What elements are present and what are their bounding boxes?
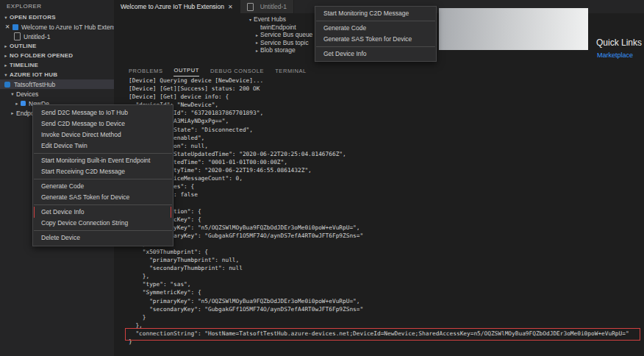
chevron-right-icon: ▸ (254, 40, 260, 45)
tab-untitled[interactable]: Untitled-1 (240, 0, 294, 13)
annotation-get-device-info (34, 207, 171, 218)
file-icon (14, 32, 21, 40)
open-editor-label: Untitled-1 (24, 33, 50, 40)
menu-separator (34, 153, 172, 154)
iot-hub-icon (4, 82, 10, 88)
panel-tab-problems[interactable]: PROBLEMS (129, 68, 162, 76)
chevron-right-icon: ▸ (2, 53, 10, 59)
open-editor-label: Welcome to Azure IoT Hub Extensi... (21, 24, 114, 31)
tree-item-devices[interactable]: ▾ Devices (0, 89, 114, 99)
demo-tree-item: ▸ Service Bus topic (254, 39, 312, 47)
menu-item-edit-device-twin[interactable]: Edit Device Twin (33, 140, 173, 152)
demo-tree-item: ▸ Blob storage (254, 46, 312, 54)
menu-item-start-receiving-c2d[interactable]: Start Receiving C2D Message (33, 166, 173, 177)
file-icon (247, 3, 254, 11)
panel-tab-bar: PROBLEMS OUTPUT DEBUG CONSOLE TERMINAL (114, 64, 644, 76)
menu-separator (316, 21, 435, 21)
section-outline[interactable]: ▸ OUTLINE (0, 41, 114, 51)
demo-menu-item: Get Device Info (315, 49, 436, 60)
tab-label: Untitled-1 (260, 3, 287, 10)
chevron-right-icon: ▸ (2, 43, 10, 49)
menu-item-send-c2d-message[interactable]: Send C2D Message to Device (33, 118, 173, 129)
panel-tab-terminal[interactable]: TERMINAL (275, 68, 307, 76)
tab-label: Welcome to Azure IoT Hub Extension (121, 3, 224, 10)
menu-item-send-d2c-message[interactable]: Send D2C Message to IoT Hub (33, 107, 173, 118)
welcome-screenshot-placeholder (439, 8, 588, 50)
chevron-right-icon: ▸ (2, 63, 10, 68)
extension-file-icon (12, 24, 18, 30)
open-editor-welcome[interactable]: ✕ Welcome to Azure IoT Hub Extensi... (0, 22, 114, 32)
chevron-down-icon: ▾ (2, 15, 10, 21)
chevron-right-icon: ▸ (254, 48, 260, 53)
section-label: OPEN EDITORS (10, 14, 56, 21)
chevron-right-icon: ▸ (254, 32, 260, 38)
section-timeline[interactable]: ▸ TIMELINE (0, 60, 114, 70)
chevron-right-icon: ▸ (13, 101, 21, 107)
close-icon[interactable]: ✕ (228, 4, 233, 10)
output-log: [Device] Querying device [NewDevice]... … (129, 76, 629, 346)
device-context-menu: Send D2C Message to IoT Hub Send C2D Mes… (32, 104, 173, 246)
sidebar-title: EXPLORER (0, 0, 114, 13)
section-no-folder-opened[interactable]: ▸ NO FOLDER OPENED (0, 51, 114, 60)
panel-tab-debug-console[interactable]: DEBUG CONSOLE (210, 68, 264, 76)
marketplace-link[interactable]: Marketplace (597, 51, 633, 59)
menu-item-get-device-info[interactable]: Get Device Info (33, 207, 173, 218)
tree-item-iot-hub[interactable]: TatsoftTestHub (0, 79, 114, 89)
section-label: OUTLINE (10, 43, 37, 49)
menu-item-generate-sas-token[interactable]: Generate SAS Token for Device (33, 192, 173, 203)
tree-item-label: Devices (16, 90, 38, 98)
close-icon[interactable]: ✕ (4, 24, 11, 30)
menu-separator (34, 179, 172, 179)
menu-item-delete-device[interactable]: Delete Device (33, 232, 173, 243)
vscode-window: Welcome to Azure IoT Hub Extension ✕ Unt… (0, 0, 644, 356)
open-editor-untitled[interactable]: Untitled-1 (0, 32, 114, 41)
section-open-editors[interactable]: ▾ OPEN EDITORS (0, 13, 114, 22)
demo-tree-item: ▾ Event Hubs (247, 15, 312, 24)
demo-menu-item: Start Monitoring C2D Message (315, 8, 436, 19)
menu-item-generate-code[interactable]: Generate Code (33, 181, 173, 192)
tree-item-label: TatsoftTestHub (14, 81, 55, 88)
welcome-demo-context-menu: Start Monitoring C2D Message Generate Co… (315, 6, 437, 62)
demo-tree-item: ▸ Service Bus queue (254, 31, 312, 39)
menu-separator (34, 230, 172, 231)
demo-menu-item: Generate SAS Token for Device (315, 34, 436, 45)
quick-links-title: Quick Links (596, 38, 642, 48)
welcome-demo-tree: ▾ Event Hubs twinEndpoint ▸ Service Bus … (247, 15, 312, 54)
chevron-down-icon: ▾ (9, 91, 16, 97)
section-label: TIMELINE (10, 62, 38, 68)
demo-tree-item: twinEndpoint (254, 24, 312, 32)
menu-item-start-monitoring-endpoint[interactable]: Start Monitoring Built-in Event Endpoint (33, 155, 173, 166)
menu-item-invoke-direct-method[interactable]: Invoke Device Direct Method (33, 129, 173, 140)
panel-tab-output[interactable]: OUTPUT (173, 67, 198, 76)
chevron-down-icon: ▾ (247, 17, 254, 22)
menu-item-copy-connection-string[interactable]: Copy Device Connection String (33, 218, 173, 229)
section-azure-iot-hub[interactable]: ▾ AZURE IOT HUB (0, 70, 114, 79)
section-label: NO FOLDER OPENED (10, 52, 73, 59)
section-label: AZURE IOT HUB (10, 71, 57, 78)
chevron-right-icon: ▸ (9, 110, 16, 116)
menu-separator (316, 46, 435, 47)
chevron-down-icon: ▾ (2, 72, 10, 78)
device-icon (21, 101, 26, 106)
tab-welcome[interactable]: Welcome to Azure IoT Hub Extension ✕ (114, 0, 240, 13)
demo-menu-item: Generate Code (315, 23, 436, 34)
menu-separator (34, 204, 172, 205)
